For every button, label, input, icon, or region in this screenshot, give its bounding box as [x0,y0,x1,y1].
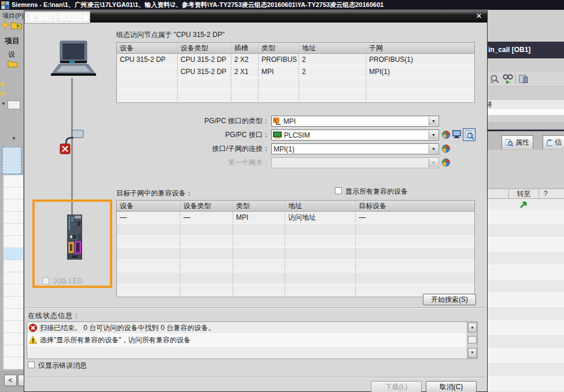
accessible-nodes-icon[interactable] [442,131,450,139]
find-replace-icon[interactable] [490,74,500,84]
list-item[interactable] [3,199,23,212]
table-row[interactable]: — — MPI 访问地址 — [117,212,474,224]
edit-block-icon[interactable] [519,74,529,84]
tree-expand-arrow[interactable]: ▼ [1,101,6,106]
pgpc-type-combobox[interactable]: MPI ▼ [271,116,439,127]
list-item[interactable] [3,309,23,321]
col-header-target[interactable]: 目标设备 [356,201,474,211]
chevron-down-icon[interactable]: ▼ [429,145,438,153]
list-item[interactable] [3,333,23,345]
partial-button[interactable] [18,375,24,386]
table-row-empty[interactable] [117,272,474,284]
col-header-address[interactable]: 地址 [285,201,356,211]
table-row[interactable]: CPU 315-2 DP CPU 315-2 DP 2 X2 PROFIBUS … [117,54,474,66]
list-item[interactable] [3,297,23,309]
pgpc-interface-combobox[interactable]: PLCSIM ▼ [271,130,439,140]
properties-search-icon[interactable] [463,128,475,141]
flash-led-checkbox[interactable] [42,278,49,284]
scroll-down-icon[interactable]: ▼ [468,348,477,358]
list-item[interactable] [3,212,23,224]
accessible-nodes-icon[interactable] [442,158,450,167]
status-message-row[interactable]: 扫描已结束。 0 台可访问的设备中找到 0 台兼容的设备。 [27,322,477,334]
cell-address: 访问地址 [285,212,356,223]
goto-arrow-row[interactable] [488,199,564,210]
table-row [488,293,564,307]
table-row-empty[interactable] [117,236,474,248]
chevron-down-icon[interactable]: ▼ [429,117,438,125]
folder-icon[interactable] [8,60,18,68]
table-row-empty[interactable] [117,90,474,102]
goto-header-row: 转至 ? [488,188,564,199]
spacer-row [488,122,564,130]
scroll-up-icon[interactable]: ▲ [468,323,477,332]
inspector-row-list [488,210,564,392]
message-scrollbar[interactable]: ▲ ▼ [467,322,477,358]
table-row [488,279,564,293]
col-header-device[interactable]: 设备 [117,43,178,53]
chevron-down-icon: ▼ [429,158,438,167]
monitor-glasses-icon[interactable] [503,74,513,84]
pc-monitor-icon[interactable] [452,130,461,139]
list-item[interactable] [3,321,23,333]
list-item[interactable] [3,236,23,248]
goto-green-arrow-icon[interactable] [519,200,528,209]
new-project-icon[interactable] [1,21,9,29]
list-item[interactable] [3,284,23,297]
errors-only-checkbox[interactable] [28,361,35,368]
list-item[interactable] [3,260,23,272]
empty-header-cell [488,189,509,198]
collapse-panel-button[interactable]: < [4,375,17,386]
table-row [488,252,564,265]
table-row-empty[interactable] [117,248,474,260]
dialog-title: 扩展的下载到设备 [24,11,90,24]
cancel-button[interactable]: 取消(C) [426,381,477,392]
list-item[interactable] [3,187,23,199]
table-row[interactable]: CPU 315-2 DP 2 X1 MPI 2 MPI(1) [117,66,474,78]
chevron-down-icon[interactable]: ▼ [429,131,438,139]
download-button[interactable]: 下载(L) [371,381,422,392]
tree-selected-node[interactable] [2,147,21,174]
list-item[interactable] [3,272,23,284]
online-status-message-list: 扫描已结束。 0 台可访问的设备中找到 0 台兼容的设备。 选择"显示所有兼容的… [27,321,478,359]
col-header-slot[interactable]: 插槽 [231,43,259,53]
col-header-device-type[interactable]: 设备类型 [180,201,233,211]
tab-devices[interactable]: 设 [8,50,15,60]
col-header-type[interactable]: 类型 [259,43,299,53]
list-item[interactable] [3,357,23,369]
tab-properties[interactable]: 属性 [502,135,533,149]
tree-expand-arrow[interactable]: ▼ [12,136,16,141]
col-header-type[interactable]: 类型 [233,201,285,211]
col-header-device[interactable]: 设备 [117,201,180,211]
list-item[interactable] [3,345,23,357]
status-message-row-empty[interactable] [27,346,477,358]
table-row-empty[interactable] [117,284,474,297]
col-header-subnet[interactable]: 子网 [366,43,474,53]
editor-toolbar [488,72,564,87]
cell-device: CPU 315-2 DP [117,54,178,65]
table-row-empty[interactable] [117,78,474,90]
tab-info[interactable]: 信 [543,135,564,149]
open-project-icon[interactable] [10,20,22,29]
scrollbar-thumb[interactable] [468,336,477,343]
close-icon[interactable]: ✕ [474,12,484,21]
editor-title: in_call [OB1] [488,46,530,54]
list-item-selected[interactable] [3,248,23,260]
dialog-titlebar[interactable]: 扩展的下载到设备 ✕ [24,11,487,23]
project-tree-panel: 项目(P) 项目 设 ▼ ▼ [0,10,24,392]
warning-icon [29,336,37,344]
subnet-connection-combobox[interactable]: MPI(1) ▼ [271,143,439,154]
table-row-empty[interactable] [117,260,474,272]
list-item[interactable] [3,175,23,187]
subnet-connection-value: MPI(1) [272,145,294,153]
cell-device-type: — [180,212,233,223]
table-row-empty[interactable] [117,224,474,236]
col-header-address[interactable]: 地址 [299,43,366,53]
col-header-device-type[interactable]: 设备类型 [178,43,231,53]
show-all-devices-checkbox[interactable] [335,187,342,194]
menu-project[interactable]: 项目(P) [2,12,24,20]
list-item[interactable] [3,224,23,236]
status-message-row[interactable]: 选择"显示所有兼容的设备"，访问所有兼容的设备 [27,334,477,346]
status-message-text: 选择"显示所有兼容的设备"，访问所有兼容的设备 [40,336,191,344]
start-search-button[interactable]: 开始搜索(S) [423,294,476,305]
accessible-nodes-icon[interactable] [442,145,450,153]
